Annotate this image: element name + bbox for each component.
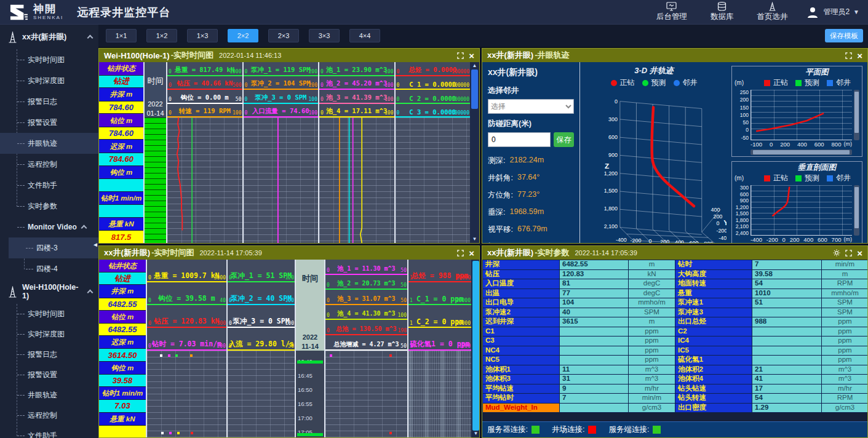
sidebar-item[interactable]: 实时时间图 <box>0 304 98 324</box>
parameter-value: 784.60 <box>99 127 143 140</box>
parameter-label: 迟深 m <box>99 140 143 153</box>
save-template-button[interactable]: 保存模板 <box>825 29 863 42</box>
scroll-down-icon[interactable]: ▼ <box>472 236 477 242</box>
layout-button[interactable]: 3×3 <box>309 29 340 42</box>
legend-swatch <box>827 175 833 181</box>
collision-distance-input[interactable] <box>488 132 551 147</box>
parameter-cell: 钻时1 min/m <box>99 192 143 217</box>
v-scrollbar[interactable] <box>854 185 859 236</box>
user-menu[interactable]: 管理员2 ▼ <box>806 6 859 19</box>
sidebar-item[interactable]: 实时参数 <box>0 196 98 217</box>
curve-label: 0悬重 = 1009.7 kN3000 <box>147 260 226 282</box>
table-cell: C1 <box>483 327 560 337</box>
sidebar-well-wei-h100[interactable]: Wei-H100(Hole-1) <box>0 279 98 304</box>
expand-icon[interactable] <box>457 250 464 257</box>
sidebar-item[interactable]: 井眼轨迹 <box>0 385 98 405</box>
gear-icon[interactable] <box>833 249 840 257</box>
neighbor-well-select[interactable]: 选择 <box>488 99 574 114</box>
scroll-down-icon[interactable]: ▼ <box>474 431 479 437</box>
remote-logging-platform: 神開 SHENKAI 远程录井监控平台 后台管理 数据库 <box>0 0 868 438</box>
nav-backend-admin[interactable]: 后台管理 <box>656 2 687 22</box>
nav-database[interactable]: 数据库 <box>711 2 734 22</box>
derrick-icon <box>767 2 778 11</box>
tree-dash <box>17 354 25 355</box>
close-icon[interactable]: × <box>857 249 862 258</box>
track-header: 0泵冲_1 = 51 SPM120 0泵冲_2 = 40 SPM100 0泵冲_… <box>226 260 295 351</box>
sidebar-item[interactable]: 井眼轨迹 <box>0 133 98 154</box>
table-cell: 泵冲速3 <box>675 308 752 318</box>
y-tick: 900 <box>740 198 749 204</box>
y-tick: 1,800 <box>736 218 749 223</box>
sidebar-item[interactable]: 文件助手 <box>0 426 98 438</box>
svg-text:-400: -400 <box>616 237 627 243</box>
time-tick: 16:45 <box>298 372 324 379</box>
scroll-thumb[interactable] <box>753 150 850 154</box>
layout-button[interactable]: 2×3 <box>268 29 299 42</box>
save-distance-button[interactable]: 保存 <box>554 132 574 147</box>
table-cell: 988 <box>752 317 822 327</box>
layout-button[interactable]: 4×4 <box>349 29 380 42</box>
curve-label: 0钻时 = 7.03 min/m200 <box>147 328 226 351</box>
sidebar-item[interactable]: 报警设置 <box>0 112 98 133</box>
sidebar-item[interactable]: 实时深度图 <box>0 324 98 344</box>
sidebar-item[interactable]: 远程控制 <box>0 154 98 175</box>
expand-icon[interactable] <box>845 52 852 59</box>
table-cell: ppm <box>629 327 675 337</box>
sidebar-item[interactable]: 实时深度图 <box>0 70 98 91</box>
table-cell: SPM <box>629 308 675 318</box>
close-icon[interactable]: × <box>469 51 474 60</box>
curve-label: 0泵冲_2 = 104 SPM200 <box>244 76 319 90</box>
logo-subtext: SHENKAI <box>33 15 63 20</box>
curve-label: 0总烃 = 0.0000100000 <box>396 62 471 76</box>
v-scrollbar[interactable] <box>854 90 859 140</box>
sidebar-item[interactable]: 远程控制 <box>0 405 98 426</box>
table-row: Mud_Weight_Ing/cm3出口密度1.29g/cm3 <box>483 404 867 413</box>
chart-scrollbar[interactable]: ▲ ▼ <box>470 62 479 243</box>
parameter-label: 钻位 m <box>99 114 143 127</box>
sidebar-subitem[interactable]: 四楼-3 <box>9 237 98 258</box>
sidebar-item-monitor-video[interactable]: Monitor Video <box>0 217 98 237</box>
time-tick: 16:40 <box>298 358 324 365</box>
layout-button[interactable]: 1×2 <box>146 29 177 42</box>
expand-icon[interactable] <box>457 52 464 59</box>
legend-item: 邻井 <box>827 78 851 88</box>
scroll-thumb[interactable] <box>472 261 479 431</box>
scroll-thumb[interactable] <box>854 187 859 228</box>
sidebar-subitem[interactable]: 四楼-4 <box>9 258 98 279</box>
parameter-value: 7.03 <box>99 400 146 412</box>
sidebar-well-xx[interactable]: xx井(新井眼) <box>0 25 98 49</box>
curve-label: 1C_1 = 0 ppm10000 <box>408 282 471 305</box>
chart-scrollbar[interactable]: ▼ <box>471 260 480 437</box>
layout-button[interactable]: 2×2 <box>228 29 258 42</box>
table-cell: C2 <box>675 327 752 337</box>
sidebar-item[interactable]: 报警日志 <box>0 344 98 365</box>
x-tick: 800 <box>832 141 842 148</box>
table-cell: 池体积3 <box>483 375 560 384</box>
sidebar-item[interactable]: 文件助手 <box>0 175 98 196</box>
layout-button[interactable]: 1×3 <box>187 29 218 42</box>
sidebar-item[interactable]: 报警设置 <box>0 365 98 385</box>
layout-button[interactable]: 1×1 <box>106 29 137 42</box>
svg-text:-200: -200 <box>716 228 727 234</box>
svg-text:600: 600 <box>690 240 699 244</box>
scroll-thumb[interactable] <box>471 70 478 109</box>
table-cell: IC4 <box>675 336 752 346</box>
nav-home-well-select[interactable]: 首页选井 <box>757 2 787 22</box>
table-cell <box>752 336 822 346</box>
scroll-thumb[interactable] <box>854 92 859 133</box>
expand-icon[interactable] <box>845 250 852 257</box>
table-cell: 大钩高度 <box>675 270 752 280</box>
close-icon[interactable]: × <box>469 249 474 258</box>
sidebar-item[interactable]: 实时时间图 <box>0 49 98 70</box>
close-icon[interactable]: × <box>857 51 862 60</box>
y-tick: 300 <box>740 185 749 191</box>
h-scrollbar[interactable] <box>751 149 852 155</box>
sidebar-item[interactable]: 报警日志 <box>0 91 98 112</box>
y-axis-ticks: 3006009001,2001,5001,8002,1002,400 <box>735 185 751 236</box>
tree-dash <box>17 164 25 165</box>
scroll-up-icon[interactable]: ▲ <box>472 63 477 69</box>
section-view: 垂直剖面图 (m) 正钻 预测 邻 <box>731 161 862 244</box>
svg-text:Z: Z <box>605 162 609 170</box>
parameter-label: 钩位 m <box>99 362 146 374</box>
sidebar-collapse-handle[interactable]: ◄ <box>92 241 98 248</box>
